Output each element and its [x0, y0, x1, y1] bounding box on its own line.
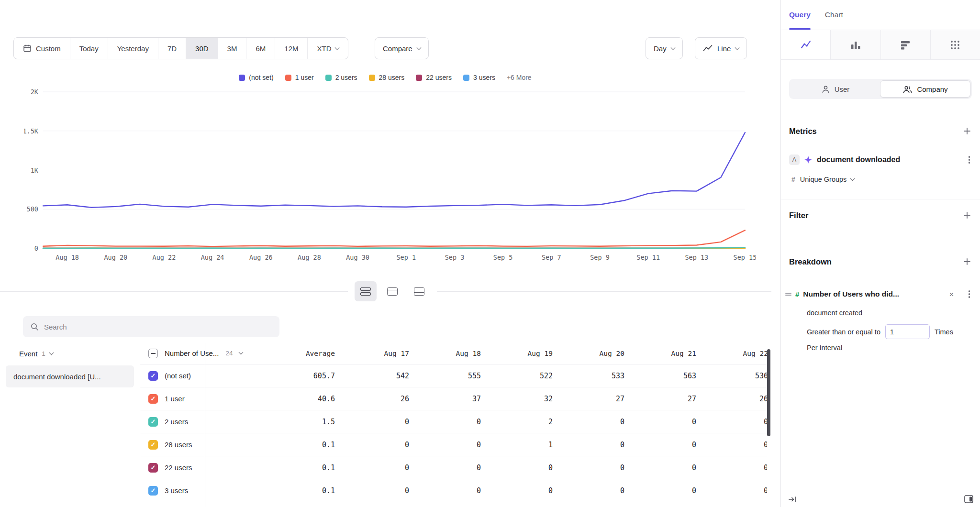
aggregation-dropdown[interactable]: Unique Groups — [800, 176, 855, 183]
cell-value: 0 — [417, 463, 489, 472]
range-xtd[interactable]: XTD — [307, 38, 348, 59]
date-column-header[interactable]: Aug 20 — [560, 350, 632, 357]
tab-query[interactable]: Query — [789, 0, 811, 30]
series-label[interactable]: 2 users — [165, 418, 188, 426]
grid-dots-icon — [949, 39, 961, 51]
range-7d[interactable]: 7D — [158, 38, 186, 59]
range-3m[interactable]: 3M — [218, 38, 246, 59]
legend-swatch — [369, 75, 375, 81]
results-table: Event 1 document downloaded [U... Number… — [0, 342, 771, 507]
line-chart-svg[interactable]: 05001K1.5K2KAug 18Aug 20Aug 22Aug 24Aug … — [24, 85, 756, 266]
per-interval-dropdown[interactable]: Per Interval — [789, 344, 972, 352]
legend-item[interactable]: 22 users — [416, 74, 452, 81]
granularity-button[interactable]: Day — [646, 37, 683, 59]
date-column-header[interactable]: Aug 18 — [417, 350, 489, 357]
kebab-menu-icon[interactable] — [967, 288, 972, 300]
compare-button[interactable]: Compare — [375, 37, 429, 59]
legend-label: (not set) — [249, 74, 273, 81]
table-scrollbar[interactable] — [767, 349, 770, 436]
search-bar[interactable] — [23, 316, 279, 337]
add-breakdown-button[interactable] — [962, 257, 972, 266]
legend-item[interactable]: 1 user — [285, 74, 314, 81]
line-chart: 05001K1.5K2KAug 18Aug 20Aug 22Aug 24Aug … — [24, 85, 756, 266]
svg-text:Aug 26: Aug 26 — [249, 254, 273, 261]
breakdown-event[interactable]: document created — [789, 309, 972, 317]
cell-value: 1 — [489, 441, 560, 449]
series-column-header[interactable]: Number of Use...24 — [140, 349, 289, 358]
chart-type-button[interactable]: Line — [695, 37, 747, 59]
legend-item[interactable]: 2 users — [325, 74, 357, 81]
series-label[interactable]: 22 users — [165, 463, 192, 472]
series-checkbox[interactable]: ✓ — [148, 371, 158, 381]
cell-value: 0 — [632, 486, 704, 495]
funnel-chart-tab[interactable] — [880, 30, 930, 59]
metric-event-name[interactable]: document downloaded — [817, 155, 900, 164]
event-header-label: Event — [19, 350, 37, 358]
cell-value: 0 — [704, 418, 767, 426]
legend-more[interactable]: +6 More — [507, 74, 532, 81]
svg-text:Aug 24: Aug 24 — [201, 254, 224, 261]
cell-value: 0 — [417, 486, 489, 495]
series-label[interactable]: 3 users — [165, 486, 188, 495]
layout-split-button[interactable] — [355, 281, 377, 301]
svg-text:500: 500 — [27, 205, 38, 213]
kebab-menu-icon[interactable] — [967, 154, 972, 165]
line-chart-tab-icon — [800, 39, 812, 51]
chevron-down-icon — [735, 45, 740, 50]
event-row[interactable]: document downloaded [U... — [6, 365, 134, 387]
series-label[interactable]: (not set) — [165, 372, 191, 380]
date-column-header[interactable]: Aug 19 — [489, 350, 560, 357]
date-column-header[interactable]: Aug 17 — [345, 350, 417, 357]
layout-chart-button[interactable] — [381, 281, 403, 301]
more-charts-tab[interactable] — [930, 30, 980, 59]
company-toggle[interactable]: Company — [880, 80, 970, 98]
user-toggle[interactable]: User — [791, 80, 880, 98]
remove-breakdown-icon[interactable]: × — [947, 289, 956, 299]
series-checkbox[interactable]: ✓ — [148, 417, 158, 427]
table-row: ✓22 users0.1000000 — [140, 456, 767, 479]
series-label[interactable]: 28 users — [165, 441, 192, 449]
legend-item[interactable]: 28 users — [369, 74, 405, 81]
average-column-header[interactable]: Average — [289, 350, 345, 357]
legend-item[interactable]: 3 users — [463, 74, 495, 81]
breakdown-title: Breakdown — [789, 257, 832, 266]
range-30d[interactable]: 30D — [186, 38, 218, 59]
segmentation-chart-tab[interactable] — [781, 30, 830, 59]
series-checkbox[interactable]: ✓ — [148, 394, 158, 404]
range-today[interactable]: Today — [70, 38, 108, 59]
legend-item[interactable]: (not set) — [239, 74, 273, 81]
add-metric-button[interactable] — [962, 126, 972, 136]
add-filter-button[interactable] — [962, 210, 972, 220]
numeric-aggregation-icon: # — [791, 176, 795, 183]
date-column-header[interactable]: Aug 22 — [704, 350, 767, 357]
select-all-checkbox[interactable] — [148, 349, 158, 358]
collapse-panel-icon[interactable] — [788, 495, 797, 504]
average-value: 0.1 — [289, 441, 345, 449]
search-input[interactable] — [44, 323, 272, 331]
chevron-down-icon — [49, 350, 54, 355]
range-yesterday[interactable]: Yesterday — [108, 38, 158, 59]
range-custom[interactable]: Custom — [14, 38, 70, 59]
condition-label: Greater than or equal to — [807, 328, 880, 336]
metrics-section-header: Metrics — [789, 126, 972, 136]
series-checkbox[interactable]: ✓ — [148, 486, 158, 496]
range-12m[interactable]: 12M — [275, 38, 307, 59]
analytics-app: CustomTodayYesterday7D30D3M6M12MXTD Comp… — [0, 0, 980, 507]
range-6m[interactable]: 6M — [246, 38, 275, 59]
date-column-header[interactable]: Aug 21 — [632, 350, 704, 357]
drag-handle-icon[interactable] — [785, 291, 791, 297]
cell-value: 27 — [632, 395, 704, 403]
threshold-input[interactable] — [885, 324, 930, 339]
series-label[interactable]: 1 user — [165, 395, 185, 403]
event-column-header[interactable]: Event 1 — [0, 342, 140, 364]
metric-badge: A — [789, 154, 800, 165]
series-checkbox[interactable]: ✓ — [148, 463, 158, 473]
panel-layout-icon[interactable] — [964, 495, 973, 503]
bar-chart-tab[interactable] — [830, 30, 880, 59]
tab-chart[interactable]: Chart — [825, 0, 843, 30]
svg-text:Aug 20: Aug 20 — [104, 254, 127, 261]
breakdown-card-title[interactable]: Number of Users who did... — [803, 290, 899, 298]
user-toggle-label: User — [835, 85, 850, 93]
series-checkbox[interactable]: ✓ — [148, 440, 158, 450]
layout-table-button[interactable] — [408, 281, 430, 301]
